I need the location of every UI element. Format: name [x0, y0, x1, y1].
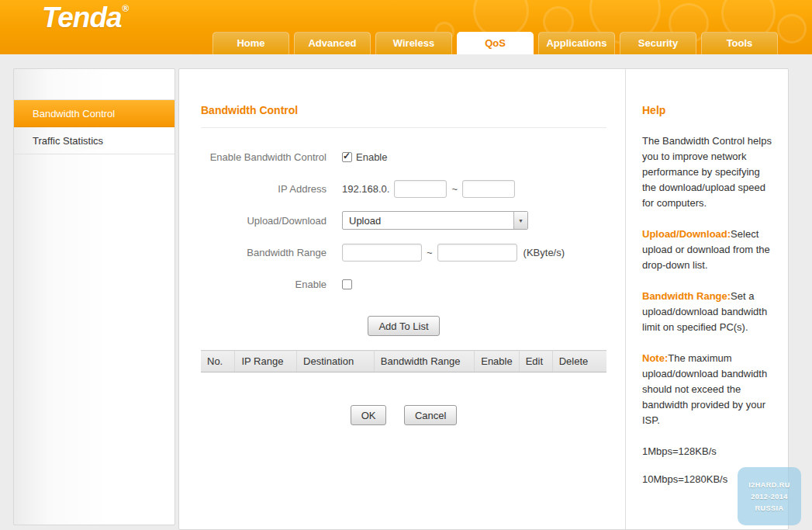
ok-button[interactable]: OK: [351, 405, 387, 425]
help-panel: Help The Bandwidth Control helps you to …: [625, 69, 788, 529]
column-header-enable: Enable: [475, 351, 519, 372]
form-row-upload-download: Upload/Download Upload ▼: [201, 210, 625, 230]
tab-applications[interactable]: Applications: [538, 32, 615, 54]
help-section-note: Note:The maximum upload/download bandwid…: [642, 351, 774, 428]
upload-download-label: Upload/Download: [201, 215, 327, 227]
select-value: Upload: [343, 215, 513, 227]
sidebar-menu: Bandwidth Control Traffic Statistics: [14, 99, 174, 154]
sidebar: Bandwidth Control Traffic Statistics: [13, 68, 175, 525]
tab-tools[interactable]: Tools: [701, 32, 778, 54]
tab-security[interactable]: Security: [620, 32, 696, 54]
enable-checkbox-label: Enable: [356, 151, 387, 163]
page-title: Bandwidth Control: [201, 104, 625, 116]
enable-rule-label: Enable: [201, 279, 327, 290]
chevron-down-icon[interactable]: ▼: [513, 212, 527, 229]
column-header-destination: Destination: [297, 351, 375, 372]
bandwidth-min-input[interactable]: [342, 244, 422, 262]
form-row-enable-bc: Enable Bandwidth Control ✓ Enable: [201, 147, 625, 167]
help-section-label: Bandwidth Range:: [642, 290, 731, 302]
column-header-delete: Delete: [552, 351, 606, 372]
content-area: Bandwidth Control Enable Bandwidth Contr…: [179, 69, 625, 529]
tab-qos[interactable]: QoS: [457, 32, 534, 54]
help-intro: The Bandwidth Control helps you to impro…: [642, 133, 774, 211]
add-to-list-button[interactable]: Add To List: [368, 316, 439, 336]
ip-prefix: 192.168.0.: [342, 183, 389, 195]
help-section-label: Upload/Download:: [642, 228, 731, 240]
sidebar-item-traffic-statistics[interactable]: Traffic Statistics: [14, 127, 174, 154]
column-header-bandwidth-range: Bandwidth Range: [374, 351, 474, 372]
header-bar: Tenda® Home Advanced Wireless QoS Applic…: [0, 0, 812, 54]
watermark: I2HARD.RU 2012-2014 RUSSIA: [738, 467, 801, 525]
column-header-ip-range: IP Range: [235, 351, 297, 372]
watermark-line: 2012-2014: [751, 493, 788, 501]
bubble-decoration: [777, 14, 807, 43]
watermark-line: RUSSIA: [755, 504, 783, 512]
form-row-ip-address: IP Address 192.168.0. ~: [201, 178, 625, 199]
tab-home[interactable]: Home: [213, 32, 289, 54]
cancel-button[interactable]: Cancel: [404, 405, 457, 425]
registered-mark: ®: [123, 3, 129, 14]
main-nav: Home Advanced Wireless QoS Applications …: [213, 32, 778, 54]
help-title: Help: [642, 104, 774, 116]
ip-address-label: IP Address: [201, 183, 327, 195]
help-section-label: Note:: [642, 352, 668, 364]
form-row-enable-rule: Enable: [201, 274, 625, 294]
enable-rule-checkbox[interactable]: [342, 279, 352, 289]
bandwidth-range-separator: ~: [427, 247, 433, 258]
title-divider: [201, 127, 606, 128]
help-section-upload-download: Upload/Download:Select upload or downloa…: [642, 227, 774, 273]
sidebar-item-bandwidth-control[interactable]: Bandwidth Control: [14, 100, 174, 127]
tab-advanced[interactable]: Advanced: [294, 32, 371, 54]
tenda-logo: Tenda®: [42, 2, 128, 34]
watermark-line: I2HARD.RU: [748, 481, 790, 489]
column-header-no: No.: [201, 351, 235, 372]
column-header-edit: Edit: [519, 351, 552, 372]
ip-range-separator: ~: [451, 183, 458, 195]
table-header-row: No. IP Range Destination Bandwidth Range…: [201, 351, 606, 372]
tab-wireless[interactable]: Wireless: [375, 32, 452, 54]
rules-table: No. IP Range Destination Bandwidth Range…: [201, 350, 606, 372]
bandwidth-unit-label: (KByte/s): [523, 247, 565, 258]
checkmark-icon: ✓: [343, 151, 351, 161]
bandwidth-max-input[interactable]: [437, 244, 517, 262]
form-actions: OK Cancel: [201, 405, 606, 425]
bandwidth-range-label: Bandwidth Range: [201, 247, 327, 258]
form-row-bandwidth-range: Bandwidth Range ~ (KByte/s): [201, 242, 625, 262]
ip-start-input[interactable]: [394, 180, 447, 198]
help-note-1mbps: 1Mbps=128KB/s: [642, 444, 774, 459]
enable-bandwidth-control-label: Enable Bandwidth Control: [201, 151, 327, 163]
enable-bandwidth-control-checkbox[interactable]: ✓: [342, 152, 352, 162]
ip-end-input[interactable]: [462, 180, 515, 198]
help-section-bandwidth-range: Bandwidth Range:Set a upload/download ba…: [642, 289, 774, 335]
upload-download-select[interactable]: Upload ▼: [342, 211, 528, 230]
main-panel: Bandwidth Control Enable Bandwidth Contr…: [178, 68, 789, 530]
add-to-list-row: Add To List: [201, 316, 606, 336]
